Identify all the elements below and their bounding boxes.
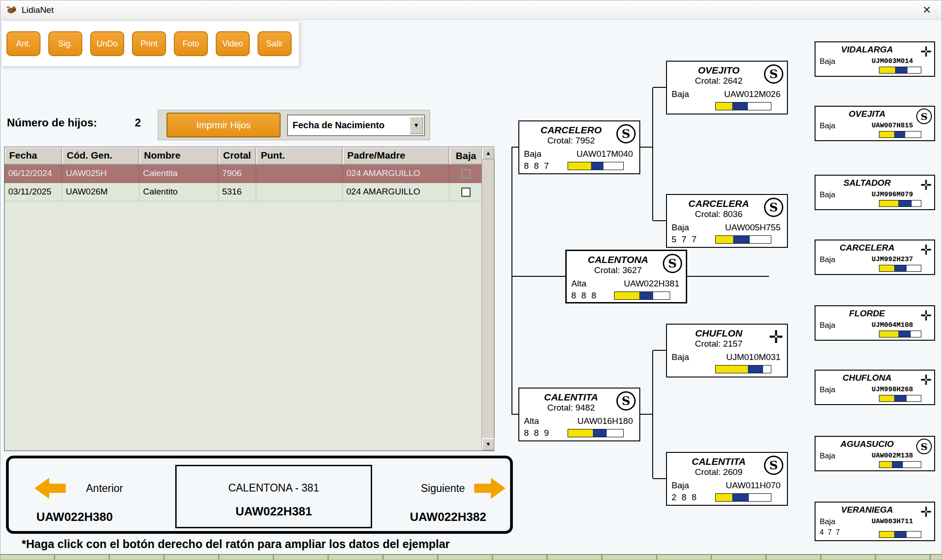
exit-button[interactable]: Salir: [258, 31, 292, 56]
animal-status: Baja: [524, 149, 541, 159]
table-row[interactable]: 06/12/2024 UAW025H Calentita 7906 024 AM…: [5, 165, 494, 183]
animal-code: UJM004M108: [872, 321, 913, 329]
animal-status: Baja: [820, 517, 835, 526]
current-record-name: CALENTONA - 381: [177, 482, 371, 494]
col-header-padre-madre[interactable]: Padre/Madre: [343, 147, 449, 165]
col-header-cod-gen[interactable]: Cód. Gen.: [62, 147, 139, 165]
previous-record-code[interactable]: UAW022H380: [36, 510, 113, 524]
previous-arrow-icon[interactable]: [34, 478, 66, 499]
rating-bar: [715, 493, 771, 502]
sort-order-select[interactable]: Fecha de Nacimiento ▼: [287, 114, 425, 136]
pedigree-connector: [653, 350, 666, 351]
pedigree-box-grandsire[interactable]: OVEJITO Crotal: 2642 Baja UAW012M026 S: [666, 61, 788, 114]
close-button[interactable]: ×: [916, 1, 938, 19]
rating-bar: [879, 331, 921, 337]
animal-code: UAW011H070: [726, 480, 781, 491]
pedigree-box-sire[interactable]: CARCELERO Crotal: 7952 Baja UAW017M040 8…: [518, 120, 640, 174]
print-children-button[interactable]: Imprmir Hijos: [167, 113, 281, 137]
rating-bar: [715, 102, 771, 110]
animal-score: 5 7 7: [672, 234, 698, 245]
cell-baja: [449, 183, 482, 201]
pedigree-box-granddam[interactable]: CALENTITA Crotal: 2609 Baja UAW011H070 2…: [666, 452, 788, 506]
app-icon-bull: [6, 6, 17, 14]
pedigree-box-ancestor[interactable]: FLORDE Baja UJM004M108 ✛: [815, 305, 935, 341]
children-count-label: Número de hijos:: [7, 116, 97, 129]
pedigree-box-dam[interactable]: CALENTITA Crotal: 9482 Alta UAW016H180 8…: [518, 388, 640, 441]
cell-fecha: 03/11/2025: [5, 183, 62, 201]
current-record-code: UAW022H381: [177, 504, 371, 519]
previous-arrow-shaft: [49, 484, 66, 493]
pedigree-box-grandsire[interactable]: CHUFLON Crotal: 2157 Baja UJM010M031 ✛: [666, 324, 788, 377]
cell-padre-madre: 024 AMARGUILLO: [343, 165, 449, 183]
col-header-nombre[interactable]: Nombre: [139, 147, 218, 165]
pedigree-box-granddam[interactable]: CARCELERA Crotal: 8036 Baja UAW005H755 5…: [666, 194, 788, 248]
pedigree-connector: [511, 276, 566, 277]
prev-button[interactable]: Ant.: [6, 31, 40, 56]
pedigree-connector: [653, 87, 666, 88]
pedigree-connector: [511, 147, 512, 415]
pedigree-box-ancestor[interactable]: VERANIEGA Baja UAW003H711 4 7 7 ✛: [815, 502, 935, 541]
animal-status: Baja: [820, 57, 835, 66]
s-brand-icon: S: [764, 456, 783, 475]
next-arrow-shaft: [474, 484, 491, 493]
current-record-box: CALENTONA - 381 UAW022H381: [175, 465, 372, 528]
animal-code: UJM003M014: [872, 57, 913, 65]
rating-bar: [879, 531, 921, 538]
video-button[interactable]: Video: [216, 31, 250, 56]
window-title: LidiaNet: [22, 5, 54, 15]
next-button[interactable]: Sig.: [48, 31, 82, 56]
pedigree-box-ancestor[interactable]: VIDALARGA Baja UJM003M014 ✛: [815, 41, 935, 77]
animal-status: Baja: [672, 352, 689, 362]
animal-name: VERANIEGA: [816, 505, 934, 515]
baja-checkbox[interactable]: [461, 169, 471, 178]
animal-status: Baja: [820, 121, 835, 131]
animal-score: 2 8 8: [672, 492, 698, 503]
scroll-down-icon[interactable]: ▼: [482, 438, 494, 451]
background-grid-strip: [0, 554, 942, 560]
rating-bar: [879, 131, 921, 138]
next-record-code[interactable]: UAW022H382: [410, 510, 486, 524]
pedigree-box-ancestor[interactable]: SALTADOR Baja UJM996M079 ✛: [815, 175, 935, 210]
pedigree-box-subject[interactable]: CALENTONA Crotal: 3627 Alta UAW022H381 8…: [565, 250, 687, 303]
animal-code: UAW005H755: [725, 223, 781, 233]
cell-crotal: 7906: [218, 165, 256, 183]
cell-baja: [449, 165, 482, 183]
pedigree-connector: [652, 87, 653, 221]
s-brand-icon: S: [616, 391, 636, 411]
cross-brand-icon: ✛: [769, 327, 783, 347]
scroll-up-icon[interactable]: ▲: [482, 147, 494, 160]
animal-score: 8 8 9: [524, 428, 550, 438]
children-actions-panel: Imprmir Hijos Fecha de Nacimiento ▼: [158, 110, 430, 140]
table-row[interactable]: 03/11/2025 UAW026M Calentito 5316 024 AM…: [5, 183, 494, 201]
chevron-down-icon[interactable]: ▼: [409, 116, 423, 134]
table-scrollbar[interactable]: ▲ ▼: [482, 147, 494, 451]
animal-status: Alta: [571, 279, 586, 289]
pedigree-box-ancestor[interactable]: AGUASUCIO Baja UAW002M138 S: [815, 436, 935, 471]
rating-bar: [715, 365, 771, 373]
s-brand-icon: S: [916, 439, 932, 454]
animal-name: VIDALARGA: [816, 45, 934, 55]
s-brand-icon: S: [616, 124, 636, 143]
pedigree-connector: [687, 276, 769, 277]
col-header-baja[interactable]: Baja: [449, 147, 482, 165]
undo-button[interactable]: UnDo: [90, 31, 124, 56]
pedigree-box-ancestor[interactable]: CHUFLONA Baja UJM998H268 ✛: [815, 370, 935, 405]
record-navigation: Anterior UAW022H380 CALENTONA - 381 UAW0…: [6, 456, 513, 534]
print-button[interactable]: Print: [132, 31, 166, 56]
photo-button[interactable]: Foto: [174, 31, 208, 56]
col-header-fecha[interactable]: Fecha: [5, 147, 62, 165]
col-header-punt[interactable]: Punt.: [256, 147, 343, 165]
cell-cod-gen: UAW026M: [62, 183, 139, 201]
rating-bar: [715, 235, 771, 244]
animal-code: UAW017M040: [576, 149, 633, 159]
col-header-crotal[interactable]: Crotal: [218, 147, 256, 165]
children-count-value: 2: [135, 116, 141, 129]
cross-brand-icon: ✛: [920, 372, 932, 388]
next-arrow-icon[interactable]: [474, 478, 505, 499]
pedigree-box-ancestor[interactable]: OVEJITA Baja UAW007H815 S: [815, 106, 935, 141]
baja-checkbox[interactable]: [461, 188, 471, 197]
rating-bar: [879, 461, 921, 468]
animal-code: UAW007H815: [872, 122, 913, 130]
app-window: LidiaNet × Ant. Sig. UnDo Print Foto Vid…: [0, 0, 942, 560]
pedigree-box-ancestor[interactable]: CARCELERA Baja UJM992H237 ✛: [815, 240, 935, 275]
